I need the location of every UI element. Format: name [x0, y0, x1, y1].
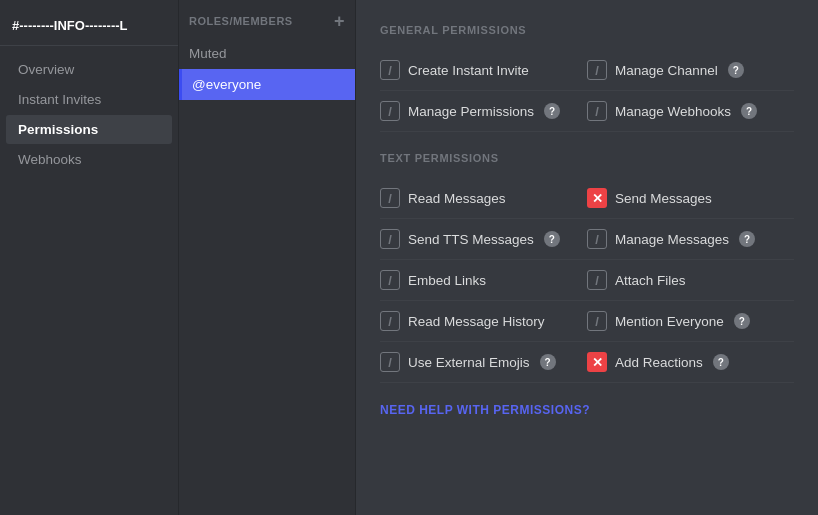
perm-label-use-external-emojis: Use External Emojis	[408, 355, 530, 370]
add-role-button[interactable]: +	[334, 12, 345, 30]
general-permissions-grid: Create Instant Invite Manage Channel ? M…	[380, 50, 794, 132]
perm-icon-add-reactions: ✕	[587, 352, 607, 372]
perm-icon-send-messages: ✕	[587, 188, 607, 208]
perm-mention-everyone[interactable]: Mention Everyone ?	[587, 301, 794, 342]
text-permissions-title: TEXT PERMISSIONS	[380, 152, 794, 164]
perm-icon-create-instant-invite	[380, 60, 400, 80]
perm-label-create-instant-invite: Create Instant Invite	[408, 63, 529, 78]
perm-label-send-messages: Send Messages	[615, 191, 712, 206]
roles-label: ROLES/MEMBERS	[189, 15, 293, 27]
perm-manage-messages[interactable]: Manage Messages ?	[587, 219, 794, 260]
perm-manage-webhooks[interactable]: Manage Webhooks ?	[587, 91, 794, 132]
sidebar-item-permissions[interactable]: Permissions	[6, 115, 172, 144]
sidebar-nav: Overview Instant Invites Permissions Web…	[0, 46, 178, 175]
help-icon-manage-messages[interactable]: ?	[739, 231, 755, 247]
sidebar: #--------INFO--------L Overview Instant …	[0, 0, 178, 515]
help-icon-use-external-emojis[interactable]: ?	[540, 354, 556, 370]
perm-icon-use-external-emojis	[380, 352, 400, 372]
help-icon-manage-webhooks[interactable]: ?	[741, 103, 757, 119]
role-item-muted[interactable]: Muted	[179, 38, 355, 69]
perm-attach-files[interactable]: Attach Files	[587, 260, 794, 301]
perm-icon-attach-files	[587, 270, 607, 290]
help-icon-add-reactions[interactable]: ?	[713, 354, 729, 370]
perm-label-add-reactions: Add Reactions	[615, 355, 703, 370]
perm-icon-manage-webhooks	[587, 101, 607, 121]
sidebar-item-instant-invites[interactable]: Instant Invites	[6, 85, 172, 114]
role-item-everyone[interactable]: @everyone	[179, 69, 355, 100]
perm-label-read-messages: Read Messages	[408, 191, 506, 206]
help-icon-manage-permissions[interactable]: ?	[544, 103, 560, 119]
perm-label-send-tts-messages: Send TTS Messages	[408, 232, 534, 247]
help-icon-send-tts-messages[interactable]: ?	[544, 231, 560, 247]
perm-label-manage-webhooks: Manage Webhooks	[615, 104, 731, 119]
perm-icon-manage-messages	[587, 229, 607, 249]
perm-label-embed-links: Embed Links	[408, 273, 486, 288]
perm-label-manage-messages: Manage Messages	[615, 232, 729, 247]
channel-name: #--------INFO--------L	[0, 10, 178, 46]
text-permissions-grid: Read Messages ✕ Send Messages Send TTS M…	[380, 178, 794, 383]
need-help-link[interactable]: NEED HELP WITH PERMISSIONS?	[380, 403, 794, 417]
perm-read-message-history[interactable]: Read Message History	[380, 301, 587, 342]
perm-icon-read-messages	[380, 188, 400, 208]
help-icon-mention-everyone[interactable]: ?	[734, 313, 750, 329]
perm-use-external-emojis[interactable]: Use External Emojis ?	[380, 342, 587, 383]
sidebar-item-overview[interactable]: Overview	[6, 55, 172, 84]
perm-add-reactions[interactable]: ✕ Add Reactions ?	[587, 342, 794, 383]
help-icon-manage-channel[interactable]: ?	[728, 62, 744, 78]
perm-read-messages[interactable]: Read Messages	[380, 178, 587, 219]
perm-label-mention-everyone: Mention Everyone	[615, 314, 724, 329]
perm-label-attach-files: Attach Files	[615, 273, 686, 288]
perm-icon-mention-everyone	[587, 311, 607, 331]
perm-embed-links[interactable]: Embed Links	[380, 260, 587, 301]
sidebar-item-webhooks[interactable]: Webhooks	[6, 145, 172, 174]
perm-icon-send-tts-messages	[380, 229, 400, 249]
perm-send-messages[interactable]: ✕ Send Messages	[587, 178, 794, 219]
perm-manage-permissions[interactable]: Manage Permissions ?	[380, 91, 587, 132]
perm-manage-channel[interactable]: Manage Channel ?	[587, 50, 794, 91]
perm-icon-manage-channel	[587, 60, 607, 80]
perm-icon-manage-permissions	[380, 101, 400, 121]
perm-label-manage-channel: Manage Channel	[615, 63, 718, 78]
perm-send-tts-messages[interactable]: Send TTS Messages ?	[380, 219, 587, 260]
perm-icon-embed-links	[380, 270, 400, 290]
perm-create-instant-invite[interactable]: Create Instant Invite	[380, 50, 587, 91]
general-permissions-title: GENERAL PERMISSIONS	[380, 24, 794, 36]
perm-label-manage-permissions: Manage Permissions	[408, 104, 534, 119]
main-content: GENERAL PERMISSIONS Create Instant Invit…	[356, 0, 818, 515]
roles-header: ROLES/MEMBERS +	[179, 0, 355, 38]
perm-icon-read-message-history	[380, 311, 400, 331]
roles-panel: ROLES/MEMBERS + Muted @everyone	[178, 0, 356, 515]
perm-label-read-message-history: Read Message History	[408, 314, 545, 329]
